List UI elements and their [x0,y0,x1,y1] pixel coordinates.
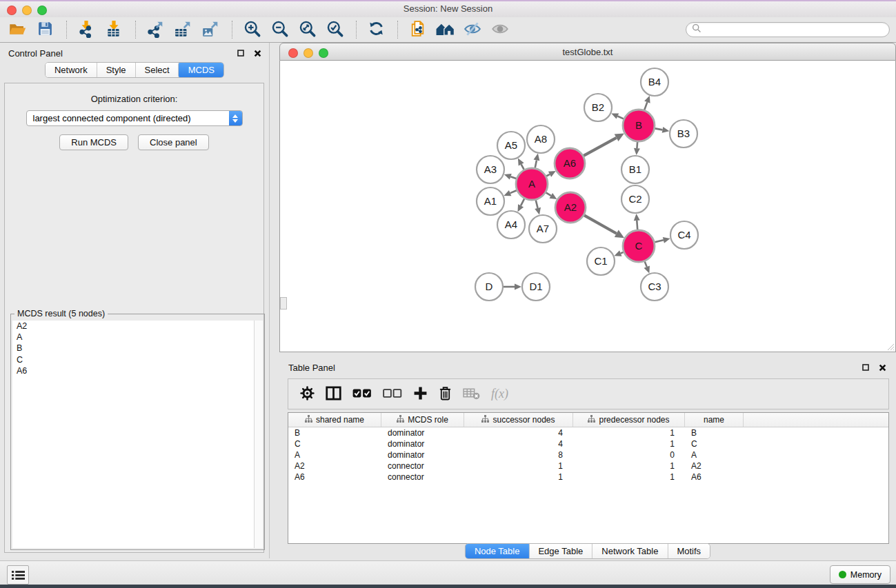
tab-motifs[interactable]: Motifs [667,544,710,558]
graph-node-A7[interactable]: A7 [529,215,557,243]
result-scrollbar[interactable] [254,321,263,548]
graph-node-A8[interactable]: A8 [527,125,555,153]
graph-node-B3[interactable]: B3 [670,120,697,148]
mcds-result-item[interactable]: C [12,354,254,365]
graph-node-C3[interactable]: C3 [641,273,668,301]
table-row[interactable]: Adominator80A [288,449,888,460]
graph-node-A6[interactable]: A6 [555,148,585,179]
graph-edge-D-D1[interactable] [504,284,521,290]
graph-edge-A-A3[interactable] [504,174,517,179]
graph-node-B[interactable]: B [623,110,655,141]
import-network-button[interactable] [77,20,95,39]
table-row[interactable]: A2connector11A2 [288,460,888,472]
criterion-dropdown[interactable]: largest connected component (directed) [26,110,243,126]
graph-edge-C-C4[interactable] [655,237,670,243]
close-panel-button[interactable]: Close panel [138,134,209,150]
graph-node-B2[interactable]: B2 [584,94,612,121]
graph-edge-A-A6[interactable] [546,171,556,177]
memory-button[interactable]: Memory [830,565,890,584]
delete-button[interactable] [439,384,452,405]
graph-node-A5[interactable]: A5 [497,132,525,159]
add-button[interactable] [413,384,428,405]
zoom-out-button[interactable] [270,20,288,39]
clone-network-button[interactable] [408,20,426,39]
graph-node-D1[interactable]: D1 [522,273,550,301]
graph-node-B1[interactable]: B1 [621,156,649,183]
graph-node-A3[interactable]: A3 [477,156,504,183]
graph-node-A4[interactable]: A4 [497,211,525,239]
graph-node-D[interactable]: D [475,273,503,301]
graph-edge-C-C2[interactable] [634,214,640,230]
mcds-result-item[interactable]: A6 [12,365,254,376]
resize-grip-icon[interactable] [886,343,895,351]
graph-node-C4[interactable]: C4 [670,221,698,249]
close-panel-icon[interactable] [252,48,262,58]
tab-style[interactable]: Style [97,63,135,77]
network-canvas[interactable]: AA1A2A3A4A5A6A7A8BB1B2B3B4CC1C2C3C4DD1 [279,61,896,352]
graph-node-A2[interactable]: A2 [555,192,586,223]
tab-node-table[interactable]: Node Table [465,543,530,559]
graph-edge-A-A2[interactable] [546,192,557,199]
graph-edge-C-C3[interactable] [644,261,650,273]
graph-edge-A-A5[interactable] [518,159,524,170]
column-header-successor-nodes[interactable]: successor nodes [464,413,573,427]
graph-edge-A6-B[interactable] [584,134,624,156]
tab-edge-table[interactable]: Edge Table [528,544,592,558]
graph-edge-B-B3[interactable] [655,127,670,133]
graph-node-A1[interactable]: A1 [477,187,504,215]
table-row[interactable]: Cdominator41C [288,438,888,449]
export-table-button[interactable] [174,20,192,39]
hide-panel-button[interactable] [464,20,481,39]
canvas-scrollbar-fragment[interactable] [280,297,287,310]
import-table-button[interactable] [105,20,123,39]
tab-mcds[interactable]: MCDS [178,62,224,78]
graph-edge-A-A1[interactable] [504,190,516,196]
graph-edge-A-A8[interactable] [534,154,540,168]
column-header-predecessor-nodes[interactable]: predecessor nodes [573,413,685,427]
search-box[interactable] [686,22,890,37]
tab-select[interactable]: Select [135,63,179,77]
graph-node-B4[interactable]: B4 [641,68,668,96]
table-row[interactable]: Bdominator41B [288,427,888,438]
column-header-MCDS-role[interactable]: MCDS role [381,413,464,427]
column-header-name[interactable]: name [685,413,744,427]
float-panel-icon[interactable] [236,48,246,58]
graph-edge-B-B4[interactable] [644,96,650,110]
mcds-result-item[interactable]: A [12,332,254,343]
tab-network[interactable]: Network [46,63,97,77]
home-button[interactable] [436,20,454,39]
refresh-button[interactable] [367,20,385,39]
float-table-panel-icon[interactable] [861,363,870,372]
settings-button[interactable] [300,384,315,405]
graph-node-C[interactable]: C [623,230,655,262]
export-image-button[interactable] [201,20,219,39]
zoom-fit-button[interactable] [298,20,316,39]
graph-edge-A-A4[interactable] [518,199,525,212]
column-header-shared-name[interactable]: shared name [288,413,381,427]
search-input[interactable] [705,24,889,36]
graph-node-A[interactable]: A [516,168,548,200]
table-row[interactable]: A6connector11A6 [288,472,888,483]
graph-edge-B-B1[interactable] [634,142,640,155]
export-network-button[interactable] [146,20,164,39]
graph-edge-B-B2[interactable] [611,113,624,119]
tab-network-table[interactable]: Network Table [592,544,667,558]
graph-edge-A-A7[interactable] [535,200,541,214]
run-mcds-button[interactable]: Run MCDS [59,134,128,150]
mcds-result-item[interactable]: B [12,343,254,354]
graph-node-C1[interactable]: C1 [587,247,615,275]
columns-button[interactable] [326,384,341,405]
close-table-panel-icon[interactable] [877,363,887,372]
deselect-all-button[interactable] [383,384,402,405]
panel-stack-button[interactable] [7,565,29,585]
graph-node-C2[interactable]: C2 [621,185,649,213]
open-session-button[interactable] [8,20,26,39]
save-session-button[interactable] [36,20,54,39]
zoom-in-button[interactable] [243,20,261,39]
graph-edge-C-C1[interactable] [614,250,623,256]
select-all-button[interactable] [352,384,372,405]
network-window-titlebar[interactable]: testGlobe.txt [279,43,896,61]
mcds-result-item[interactable]: A2 [12,321,254,332]
zoom-selected-button[interactable] [326,20,344,39]
graph-edge-A2-C[interactable] [584,215,624,238]
